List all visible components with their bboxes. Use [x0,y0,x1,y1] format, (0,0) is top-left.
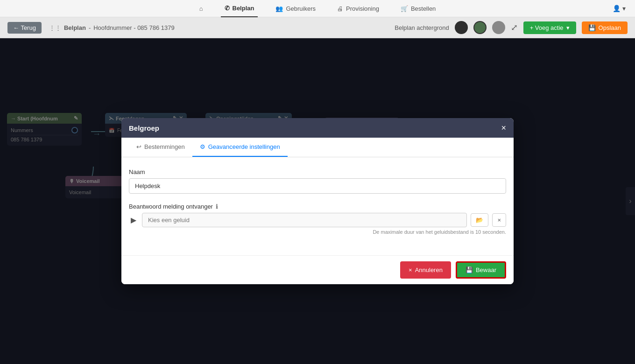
modal-footer: × Annuleren 💾 Bewaar [121,255,514,284]
sound-input[interactable] [142,213,467,227]
sub-header: ← Terug ⋮⋮ Belplan - Hoofdnummer - 085 7… [0,17,635,38]
nav-home[interactable]: ⌂ [196,0,207,17]
cancel-button[interactable]: × Annuleren [400,261,451,279]
user-menu[interactable]: 👤 ▾ [613,5,626,12]
modal-body: Naam Beantwoord melding ontvanger ℹ ▶ [121,157,514,255]
sound-field-group: Beantwoord melding ontvanger ℹ ▶ 📂 × [129,203,506,235]
home-icon: ⌂ [199,5,203,12]
close-icon: × [501,123,506,133]
phone-icon: ✆ [225,5,230,12]
nav-belplan-label: Belplan [233,5,254,12]
sound-hint: De maximale duur van het geluidsbestand … [129,229,506,235]
nav-bestellen-label: Bestellen [411,5,436,12]
return-icon: ↩ [136,143,141,150]
tab-geavanceerd-label: Geavanceerde instellingen [208,143,280,150]
save-icon: 💾 [588,24,596,31]
save-label: Opslaan [599,24,621,31]
nav-bestellen[interactable]: 🛒 Bestellen [397,0,439,17]
users-icon: 👥 [275,5,283,12]
modal-tabs: ↩ Bestemmingen ⚙ Geavanceerde instelling… [121,138,514,157]
modal-title: Belgroep [129,124,159,132]
nav-belplan[interactable]: ✆ Belplan [221,0,258,17]
top-navigation: ⌂ ✆ Belplan 👥 Gebruikers 🖨 Provisioning … [0,0,635,17]
expand-button[interactable]: ⤢ [511,22,518,33]
chevron-down-icon: ▾ [566,24,570,31]
play-icon: ▶ [131,216,136,224]
sub-header-controls: Belplan achtergrond ⤢ + Voeg actie ▾ 💾 O… [395,21,628,34]
breadcrumb-section: Belplan [64,24,86,31]
info-icon: ℹ [216,203,218,210]
color-gray[interactable] [492,21,505,34]
name-field-group: Naam [129,168,506,194]
breadcrumb-detail: Hoofdnummer - 085 786 1379 [93,24,174,31]
folder-button[interactable]: 📂 [471,213,488,227]
belgroep-modal: Belgroep × ↩ Bestemmingen ⚙ Geavanceerde… [121,118,514,284]
sound-label-row: Beantwoord melding ontvanger ℹ [129,203,506,210]
cancel-icon: × [409,266,412,273]
cancel-label: Annuleren [415,266,443,273]
back-label: ← Terug [13,24,36,31]
bewaar-button[interactable]: 💾 Bewaar [456,261,506,279]
save-label: Bewaar [476,266,496,273]
save-button[interactable]: 💾 Opslaan [582,21,628,34]
play-button[interactable]: ▶ [129,214,138,226]
sound-input-group: ▶ 📂 × [129,213,506,227]
flow-canvas[interactable]: ↓ ↓ → Start (Hoofdnum ✎ Nummers 085 786 … [0,38,635,364]
bg-label: Belplan achtergrond [395,24,449,31]
add-action-label: + Voeg actie [530,24,564,31]
clear-button[interactable]: × [492,213,506,227]
name-label: Naam [129,168,506,175]
back-button[interactable]: ← Terug [7,22,42,34]
modal-overlay[interactable]: Belgroep × ↩ Bestemmingen ⚙ Geavanceerde… [0,38,635,364]
breadcrumb-separator: - [89,24,91,31]
sound-label: Beantwoord melding ontvanger [129,203,213,210]
user-icon: 👤 ▾ [613,5,626,12]
folder-icon: 📂 [476,217,483,224]
color-green[interactable] [473,21,487,34]
expand-icon: ⤢ [511,23,518,32]
tab-bestemmingen-label: Bestemmingen [144,143,185,150]
name-input[interactable] [129,178,506,194]
gear-icon: ⚙ [200,143,205,150]
color-dark[interactable] [455,21,468,34]
tab-geavanceerd[interactable]: ⚙ Geavanceerde instellingen [192,138,288,157]
nav-gebruikers[interactable]: 👥 Gebruikers [272,0,319,17]
breadcrumb-icon: ⋮⋮ [49,24,61,31]
cart-icon: 🛒 [401,5,408,12]
clear-icon: × [497,217,501,224]
save-icon: 💾 [466,266,473,273]
provisioning-icon: 🖨 [337,5,343,12]
tab-bestemmingen[interactable]: ↩ Bestemmingen [129,138,192,157]
breadcrumb: ⋮⋮ Belplan - Hoofdnummer - 085 786 1379 [49,24,175,31]
modal-close-button[interactable]: × [501,124,506,132]
nav-gebruikers-label: Gebruikers [286,5,316,12]
modal-header: Belgroep × [121,118,514,138]
nav-provisioning[interactable]: 🖨 Provisioning [333,0,383,17]
add-action-button[interactable]: + Voeg actie ▾ [523,21,576,34]
nav-provisioning-label: Provisioning [346,5,379,12]
